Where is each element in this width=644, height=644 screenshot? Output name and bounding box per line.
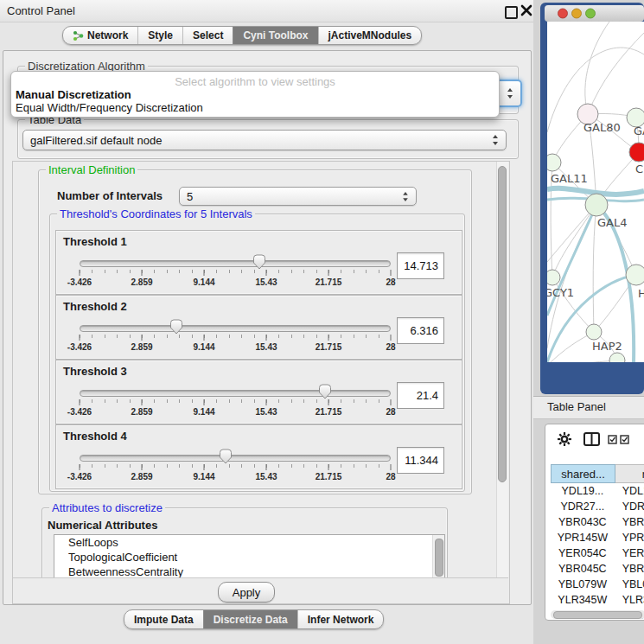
cell-shared-name[interactable]: YBR045C [551,563,615,575]
slider-tick-label: 2.859 [131,472,152,481]
threshold-label: Threshold 1 [63,235,127,248]
table-data-combobox[interactable]: galFiltered.sif default node [22,130,507,150]
tab-discretize-data[interactable]: Discretize Data [203,610,297,628]
tab-network[interactable]: Network [63,27,137,44]
network-node-GAL4[interactable] [585,194,608,216]
table-row[interactable]: YER054CYER0 [551,545,644,561]
table-row[interactable]: YDR27...YDR2 [551,499,644,514]
table-row[interactable]: YBR043CYBR0 [551,514,644,530]
network-node-label: GAL4 [597,216,627,229]
attributes-scrollbar-thumb[interactable] [435,539,443,577]
threshold-1-slider-thumb[interactable] [252,254,266,270]
threshold-2-slider-track[interactable] [80,325,391,332]
slider-tick-label: 21.715 [316,342,342,352]
apply-button[interactable]: Apply [218,582,275,603]
cell-name[interactable]: YER0 [615,547,644,559]
cell-name[interactable]: YDR2 [615,501,644,513]
cell-shared-name[interactable]: YER054C [551,547,615,559]
cell-shared-name[interactable]: YBR043C [551,516,615,528]
slider-tick-label: -3.426 [67,277,92,287]
column-header-name[interactable]: name [615,464,644,483]
table-row[interactable]: YDL19...YDL1 [551,483,644,499]
threshold-1-panel: Threshold 1 -3.4262.8599.14415.4321.7152… [55,230,462,295]
threshold-4-value-field[interactable]: 11.344 [397,447,444,474]
cell-shared-name[interactable]: YDL19... [551,485,615,497]
tab-label: Impute Data [134,614,194,626]
table-hscrollbar-track[interactable] [551,610,644,619]
slider-tick-label: 28 [386,342,395,352]
table-row[interactable]: YBL079WYBL0 [551,577,644,592]
threshold-3-slider-thumb[interactable] [318,384,332,399]
close-traffic-light[interactable] [558,9,568,18]
tab-impute-data[interactable]: Impute Data [124,610,203,628]
cell-name[interactable]: YDL1 [615,485,644,497]
tab-style[interactable]: Style [137,27,182,44]
gear-icon[interactable] [557,431,572,447]
threshold-2-slider-thumb[interactable] [169,319,183,335]
cell-shared-name[interactable]: YDR27... [551,501,615,513]
tab-select[interactable]: Select [182,27,233,44]
minimize-traffic-light[interactable] [572,9,582,18]
tab-jactivemnodules[interactable]: jActiveMNodules [318,27,422,44]
combo-stepper-icon [402,191,409,202]
network-node-label: GA [634,124,644,137]
threshold-label: Threshold 3 [63,365,127,378]
attribute-list-item[interactable]: SelfLoops [54,535,444,550]
attributes-scrollbar-track[interactable] [432,535,444,580]
tab-infer-network[interactable]: Infer Network [297,610,384,628]
float-window-icon[interactable] [505,6,518,19]
split-columns-icon[interactable] [583,432,600,446]
slider-major-tick [80,335,80,341]
column-header-shared-name[interactable]: shared... [551,464,615,483]
cell-name[interactable]: YLR3 [615,594,644,606]
attributes-group-title: Attributes to discretize [49,501,165,514]
threshold-1-value-field[interactable]: 14.713 [397,252,444,279]
attribute-list-item[interactable]: TopologicalCoefficient [54,550,444,564]
cell-shared-name[interactable]: YBL079W [551,578,615,590]
cell-shared-name[interactable]: YLR345W [551,594,615,606]
close-icon[interactable] [520,4,532,16]
threshold-4-panel: Threshold 4 -3.4262.8599.14415.4321.7152… [55,424,462,489]
slider-major-tick [142,399,143,405]
table-row[interactable]: YBR045CYBR0 [551,561,644,577]
slider-major-tick [204,335,205,341]
table-row[interactable]: YPR145WYPR1 [551,530,644,545]
cell-name[interactable]: YBR0 [615,516,644,528]
checkbox-icon[interactable] [620,435,629,444]
table-hscrollbar-thumb[interactable] [553,611,642,619]
threshold-2-value-field[interactable]: 6.316 [397,317,444,344]
slider-major-tick [328,270,329,276]
tab-cyni-toolbox[interactable]: Cyni Toolbox [233,27,317,44]
threshold-1-slider-track[interactable] [80,260,391,267]
number-of-intervals-combobox[interactable]: 5 [179,187,417,206]
network-node-H-node[interactable] [626,265,644,285]
network-node-label: GAL11 [551,172,588,185]
table-row[interactable]: YLR345WYLR3 [551,592,644,608]
threshold-3-value-field[interactable]: 21.4 [397,382,444,409]
dropdown-option-manual-discretization[interactable]: Manual Discretization [16,88,131,101]
control-panel: Control Panel Network Style Select Cyni … [0,0,534,644]
threshold-4-slider-thumb[interactable] [219,449,233,464]
maximize-traffic-light[interactable] [586,9,596,18]
slider-major-tick [266,464,267,470]
checkbox-icon[interactable] [608,435,617,444]
tab-label: Cyni Toolbox [243,29,308,41]
threshold-2-slider-ticks: -3.4262.8599.14415.4321.71528 [80,335,391,357]
slider-major-tick [80,270,80,276]
settings-scrollbar-thumb[interactable] [498,166,507,482]
threshold-4-slider-track[interactable] [80,455,391,462]
bottom-tab-bar: Impute Data Discretize Data Infer Networ… [124,609,384,629]
table-rows: YDL19...YDL1YDR27...YDR2YBR043CYBR0YPR14… [551,483,644,621]
screen: Control Panel Network Style Select Cyni … [0,0,644,644]
cell-name[interactable]: YBR0 [615,563,644,575]
network-node-HAP2[interactable] [586,324,602,340]
threshold-3-slider-track[interactable] [80,390,391,397]
slider-major-tick [266,270,267,276]
top-tab-bar: Network Style Select Cyni Toolbox jActiv… [62,26,422,45]
dropdown-option-equal-width-frequency[interactable]: Equal Width/Frequency Discretization [16,101,203,114]
numerical-attributes-list: SelfLoopsTopologicalCoefficientBetweenne… [54,534,445,581]
cell-name[interactable]: YBL0 [615,578,644,590]
cell-shared-name[interactable]: YPR145W [551,532,615,544]
network-node-red-selected[interactable] [629,143,644,162]
cell-name[interactable]: YPR1 [615,532,644,544]
